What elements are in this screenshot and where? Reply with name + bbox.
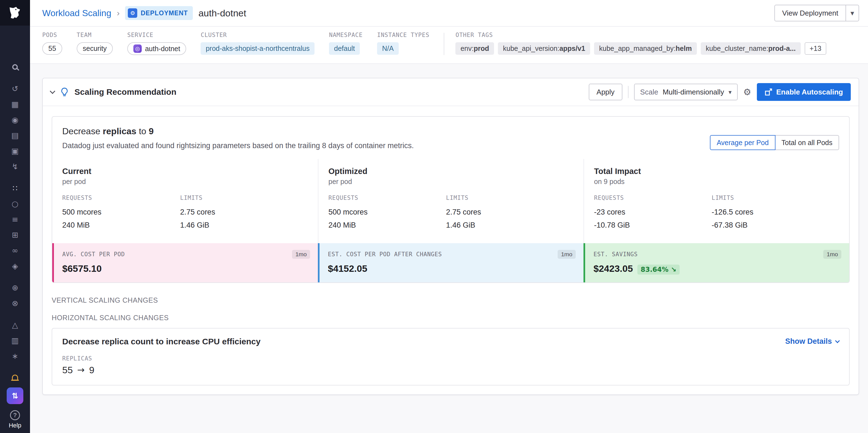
card-header-actions: Apply Scale Multi-dimensionally ▾ ⚙	[589, 83, 851, 101]
sidebar-bottom: ? Help	[0, 410, 30, 429]
serverless-icon[interactable]: ○	[7, 198, 23, 210]
tag-kube-cluster-name[interactable]: kube_cluster_name:prod-a...	[701, 42, 801, 55]
cluster-value-tag[interactable]: prod-aks-shopist-a-northcentralus	[200, 42, 314, 55]
breadcrumb-workload-scaling[interactable]: Workload Scaling	[42, 8, 111, 18]
namespace-value-tag[interactable]: default	[329, 42, 360, 55]
autoscaling-icon	[765, 88, 772, 96]
limits-memory-value: -67.38 GiB	[712, 219, 839, 232]
replicas-from-value: 55	[62, 365, 73, 375]
requests-cpu-value: 500 mcores	[62, 206, 180, 219]
events-icon[interactable]: ↯	[7, 161, 23, 172]
limits-metric: LIMITS 2.75 cores 1.46 GiB	[446, 194, 574, 232]
sidebar-nav: ↺▦◉▤▣↯∷○≡⊞∞◈⊕⊗△▥∗⇅ ? Help	[0, 0, 30, 433]
instance-types-label: INSTANCE TYPES	[377, 32, 429, 38]
tag-env[interactable]: env:prod	[455, 42, 494, 55]
column-metrics: REQUESTS 500 mcores 240 MiB LIMITS 2.75 …	[62, 194, 308, 232]
watchdog-icon[interactable]: ◉	[7, 114, 23, 126]
total-on-all-pods-toggle[interactable]: Total on all Pods	[775, 135, 839, 150]
view-deployment-button[interactable]: View Deployment	[774, 5, 846, 22]
magnifier-glyph	[12, 64, 18, 70]
instance-types-value-tag[interactable]: N/A	[377, 42, 399, 55]
history-icon[interactable]: ↺	[7, 83, 23, 94]
collapse-chevron-icon[interactable]	[50, 88, 55, 94]
deployment-type-label: DEPLOYMENT	[141, 9, 188, 17]
requests-memory-value: -10.78 GiB	[594, 219, 712, 232]
requests-memory-value: 240 MiB	[62, 219, 180, 232]
dashboards-icon[interactable]: ▥	[7, 335, 23, 346]
requests-cpu-value: -23 cores	[594, 206, 712, 219]
period-badge: 1mo	[823, 250, 841, 259]
view-deployment-split-button: View Deployment ▾	[774, 5, 859, 22]
settings-gear-icon[interactable]: ⚙	[743, 87, 751, 97]
requests-label: REQUESTS	[329, 194, 446, 201]
synthetics-icon[interactable]: ⊕	[7, 282, 23, 293]
average-per-pod-toggle[interactable]: Average per Pod	[710, 135, 775, 150]
help-icon[interactable]: ?	[10, 410, 20, 420]
logs-icon[interactable]: ≡	[7, 213, 23, 225]
namespace-label: NAMESPACE	[329, 32, 363, 38]
cost-label: EST. COST PER POD AFTER CHANGES	[328, 251, 442, 258]
other-tags-list: env:prod kube_api_version:apps/v1 kube_a…	[455, 42, 826, 55]
column-title: Optimized	[329, 167, 574, 176]
horizontal-card-title: Decrease replica count to increase CPU e…	[62, 337, 260, 346]
header-divider	[628, 86, 628, 98]
view-deployment-caret-button[interactable]: ▾	[846, 5, 859, 22]
headline-mid: to	[136, 126, 149, 136]
vertical-scaling-section-label[interactable]: VERTICAL SCALING CHANGES	[52, 296, 850, 304]
metrics-icon[interactable]: ▦	[7, 98, 23, 110]
apm-icon[interactable]: ∷	[7, 182, 23, 194]
tag-key: env:	[460, 44, 473, 53]
notebooks-icon[interactable]: ∗	[7, 350, 23, 362]
error-tracking-icon[interactable]: ⊗	[7, 298, 23, 309]
horizontal-scaling-section-label[interactable]: HORIZONTAL SCALING CHANGES	[52, 314, 850, 322]
datadog-logo[interactable]	[0, 0, 30, 26]
pods-value: 55	[42, 42, 62, 55]
containers-icon[interactable]: ▣	[7, 145, 23, 157]
meta-field-instance-types: INSTANCE TYPES N/A	[377, 32, 429, 55]
total-impact-column: Total Impact on 9 pods REQUESTS -23 core…	[584, 159, 849, 243]
ci-pipelines-icon[interactable]: ⊞	[7, 229, 23, 241]
traces-icon[interactable]: ∞	[7, 245, 23, 256]
sidebar-icon-list: ↺▦◉▤▣↯∷○≡⊞∞◈⊕⊗△▥∗⇅	[7, 61, 23, 404]
scaling-recommendation-card: Scaling Recommendation Apply Scale Multi…	[42, 78, 859, 395]
apply-button[interactable]: Apply	[589, 84, 622, 100]
tag-kube-api-version[interactable]: kube_api_version:apps/v1	[498, 42, 590, 55]
chevron-down-icon: ▾	[850, 9, 854, 17]
chevron-down-icon: ▾	[728, 89, 732, 96]
tag-kube-app-managed-by[interactable]: kube_app_managed_by:helm	[594, 42, 697, 55]
recommendation-card-header: Scaling Recommendation Apply Scale Multi…	[43, 79, 859, 106]
cost-label: AVG. COST PER POD	[62, 251, 125, 258]
bell-glyph	[11, 375, 19, 380]
replicas-change: 55 → 9	[62, 365, 839, 375]
requests-metric: REQUESTS -23 cores -10.78 GiB	[594, 194, 712, 232]
team-value[interactable]: security	[77, 42, 113, 55]
requests-metric: REQUESTS 500 mcores 240 MiB	[329, 194, 446, 232]
show-details-link[interactable]: Show Details	[785, 337, 839, 346]
notifications-bell-icon[interactable]	[7, 372, 23, 383]
team-label: TEAM	[77, 32, 113, 38]
infrastructure-icon[interactable]: ▤	[7, 129, 23, 141]
topbar-actions: View Deployment ▾	[774, 5, 859, 22]
limits-cpu-value: 2.75 cores	[446, 206, 574, 219]
requests-label: REQUESTS	[62, 194, 180, 201]
security-icon[interactable]: ◈	[7, 260, 23, 272]
headline-target-count: 9	[149, 126, 154, 136]
cost-strips: AVG. COST PER POD 1mo $6575.10 EST. COST…	[52, 243, 849, 282]
monitors-icon[interactable]: △	[7, 319, 23, 331]
cost-label: EST. SAVINGS	[593, 251, 638, 258]
meta-field-pods: PODS 55	[42, 32, 62, 55]
enable-autoscaling-button[interactable]: Enable Autoscaling	[757, 83, 851, 101]
limits-memory-value: 1.46 GiB	[180, 219, 308, 232]
scale-mode-select[interactable]: Scale Multi-dimensionally ▾	[634, 84, 738, 100]
search-icon[interactable]	[7, 61, 23, 73]
column-metrics: REQUESTS -23 cores -10.78 GiB LIMITS -12…	[594, 194, 839, 232]
horizontal-card-header: Decrease replica count to increase CPU e…	[62, 337, 839, 346]
more-tags-button[interactable]: +13	[805, 42, 826, 55]
meta-field-other-tags: OTHER TAGS env:prod kube_api_version:app…	[455, 32, 826, 55]
limits-memory-value: 1.46 GiB	[446, 219, 574, 232]
active-glyph: ⇅	[12, 391, 18, 401]
limits-cpu-value: 2.75 cores	[180, 206, 308, 219]
workload-scaling-active-icon[interactable]: ⇅	[7, 388, 23, 404]
service-value[interactable]: ◎ auth-dotnet	[127, 42, 186, 55]
limits-label: LIMITS	[180, 194, 308, 201]
